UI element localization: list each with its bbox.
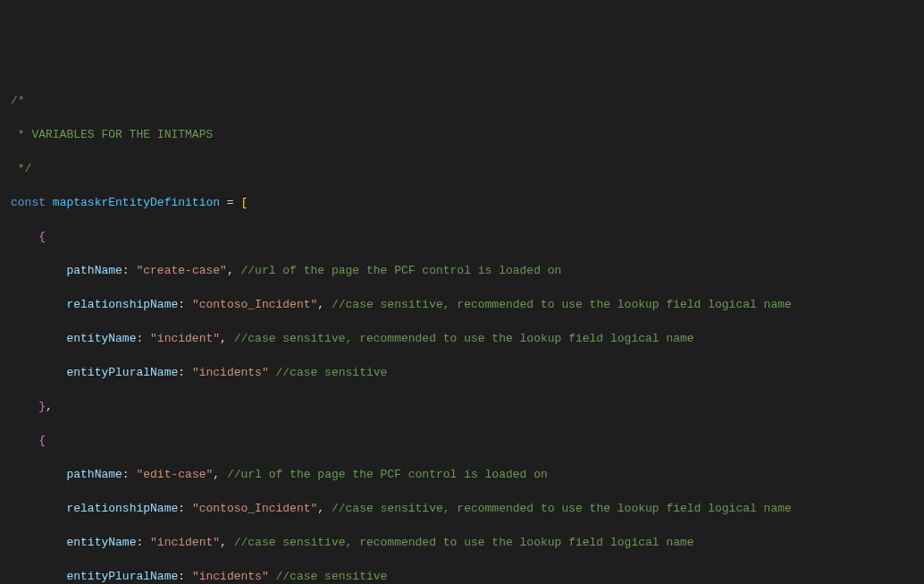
code-line: entityPluralName: "incidents" //case sen… — [11, 568, 913, 584]
code-line: pathName: "create-case", //url of the pa… — [11, 262, 913, 279]
code-line: * VARIABLES FOR THE INITMAPS — [11, 126, 913, 143]
code-line: entityName: "incident", //case sensitive… — [11, 534, 913, 551]
code-line: }, — [11, 398, 913, 415]
code-line: /* — [11, 92, 913, 109]
code-line: entityName: "incident", //case sensitive… — [11, 330, 913, 347]
code-editor[interactable]: /* * VARIABLES FOR THE INITMAPS */ const… — [11, 75, 913, 584]
code-line: relationshipName: "contoso_Incident", //… — [11, 296, 913, 313]
code-line: { — [11, 228, 913, 245]
code-line: entityPluralName: "incidents" //case sen… — [11, 364, 913, 381]
code-line: const maptaskrEntityDefinition = [ — [11, 194, 913, 211]
code-line: { — [11, 432, 913, 449]
code-line: pathName: "edit-case", //url of the page… — [11, 466, 913, 483]
code-line: */ — [11, 160, 913, 177]
code-line: relationshipName: "contoso_Incident", //… — [11, 500, 913, 517]
